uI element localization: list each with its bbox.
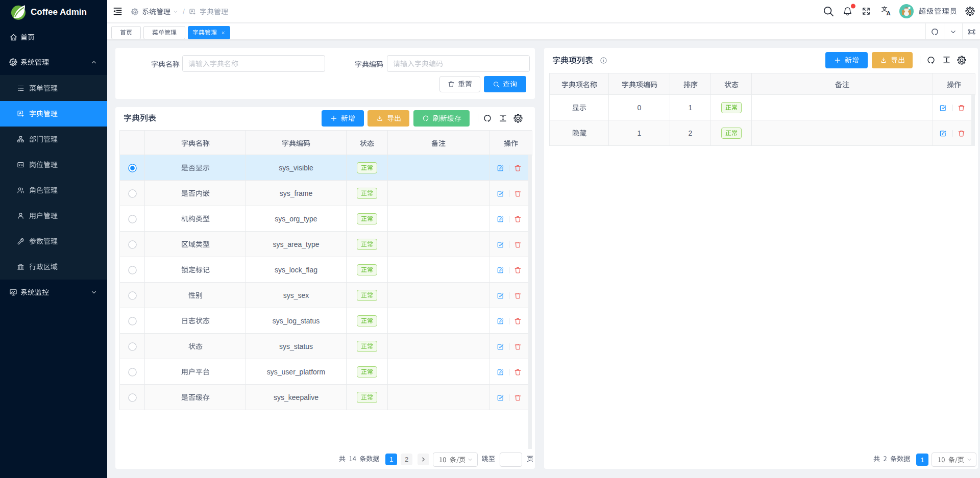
svg-text:A: A — [887, 10, 891, 16]
